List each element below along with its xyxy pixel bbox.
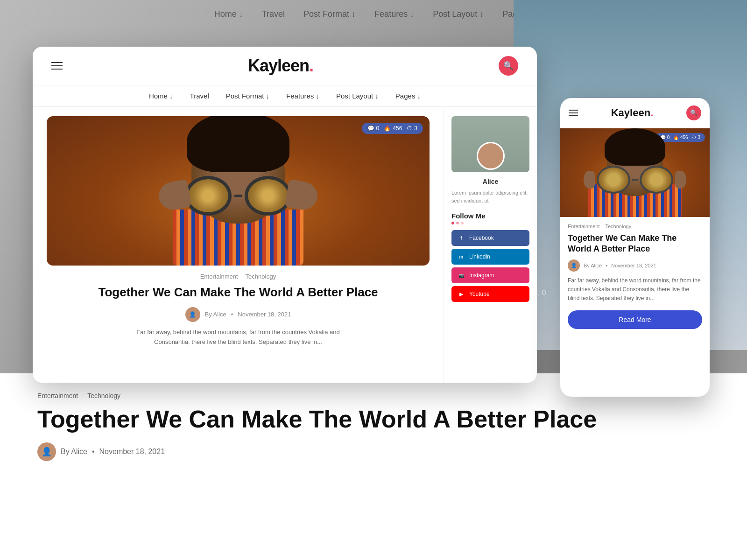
linkedin-icon: in xyxy=(457,252,465,261)
article-meta: 👤 By Alice • November 18, 2021 xyxy=(47,307,430,322)
read-more-button[interactable]: Read More xyxy=(568,310,702,329)
mobile-author-avatar: 👤 xyxy=(568,259,580,272)
mobile-categories: Entertainment Technology xyxy=(568,224,702,229)
bg-nav-travel: Travel xyxy=(262,9,285,19)
nav-item-home[interactable]: Home ↓ xyxy=(149,92,173,100)
youtube-icon: ▶ xyxy=(457,290,465,298)
facebook-icon: f xyxy=(457,234,465,242)
mobile-hamburger[interactable] xyxy=(569,110,578,116)
cat-technology[interactable]: Technology xyxy=(246,273,276,280)
sidebar-excerpt: Lorem ipsum dolor adipiscing elit, sed i… xyxy=(451,189,529,204)
bg-article-meta: 👤 By Alice • November 18, 2021 xyxy=(37,442,710,461)
article-author[interactable]: By Alice xyxy=(205,311,226,318)
mobile-excerpt: Far far away, behind the word mountains,… xyxy=(568,276,702,303)
linkedin-button[interactable]: in Linkedin xyxy=(451,249,529,265)
article-stats-badge: 💬 0 🔥 456 ⏱ 3 xyxy=(362,123,423,134)
mobile-article-image: 💬 0 🔥 456 ⏱ 3 xyxy=(560,128,710,217)
article-title: Together We Can Make The World A Better … xyxy=(47,285,430,301)
bg-nav-features: Features ↓ xyxy=(374,9,414,19)
bg-article-title: Together We Can Make The World A Better … xyxy=(37,405,710,433)
nav-item-post-layout[interactable]: Post Layout ↓ xyxy=(336,92,379,100)
follow-dots xyxy=(451,222,529,224)
bg-nav-post-format: Post Format ↓ xyxy=(303,9,356,19)
article-categories: Entertainment Technology xyxy=(47,273,430,280)
follow-title: Follow Me xyxy=(451,212,529,220)
mobile-header: Kayleen. 🔍 xyxy=(560,98,710,128)
instagram-button[interactable]: 📷 Instagram xyxy=(451,267,529,283)
author-avatar: 👤 xyxy=(185,307,200,322)
hamburger-button[interactable] xyxy=(51,62,63,70)
nav-item-pages[interactable]: Pages ↓ xyxy=(395,92,421,100)
desktop-mockup: Kayleen. 🔍 Home ↓ Travel Post Format ↓ F… xyxy=(33,47,537,383)
mobile-mockup: Kayleen. 🔍 💬 0 🔥 456 ⏱ 3 Entertain xyxy=(560,98,710,397)
nav-item-features[interactable]: Features ↓ xyxy=(286,92,319,100)
nav-item-travel[interactable]: Travel xyxy=(190,92,209,100)
mobile-search-button[interactable]: 🔍 xyxy=(686,105,701,120)
desktop-search-button[interactable]: 🔍 xyxy=(499,56,518,76)
article-photo xyxy=(47,116,430,266)
background-article: Entertainment Technology Together We Can… xyxy=(0,373,747,560)
mob-cat-technology[interactable]: Technology xyxy=(605,224,631,229)
bg-nav-home: Home ↓ xyxy=(214,9,243,19)
desktop-sidebar: Alice Lorem ipsum dolor adipiscing elit,… xyxy=(444,107,537,382)
sidebar-author-name: Alice xyxy=(451,178,529,185)
mobile-article-title: Together We Can Make The World A Better … xyxy=(568,233,702,255)
mobile-content: Entertainment Technology Together We Can… xyxy=(560,217,710,336)
mobile-logo: Kayleen. xyxy=(611,107,654,119)
facebook-button[interactable]: f Facebook xyxy=(451,230,529,246)
bg-author-avatar: 👤 xyxy=(37,442,56,461)
article-image: 💬 0 🔥 456 ⏱ 3 xyxy=(47,116,430,266)
nav-item-post-format[interactable]: Post Format ↓ xyxy=(226,92,269,100)
mobile-author: By Alice xyxy=(584,263,602,268)
sidebar-author-image xyxy=(451,116,529,172)
instagram-icon: 📷 xyxy=(457,271,465,280)
desktop-header: Kayleen. 🔍 xyxy=(33,47,537,85)
article-excerpt: Far far away, behind the word mountains,… xyxy=(121,328,355,347)
desktop-main: 💬 0 🔥 456 ⏱ 3 Entertainment Technolo xyxy=(33,107,444,382)
article-date: November 18, 2021 xyxy=(238,311,291,318)
cat-entertainment[interactable]: Entertainment xyxy=(200,273,238,280)
bg-nav-post-layout: Post Layout ↓ xyxy=(433,9,484,19)
desktop-content: 💬 0 🔥 456 ⏱ 3 Entertainment Technolo xyxy=(33,107,537,382)
mobile-article-meta: 👤 By Alice • November 18, 2021 xyxy=(568,259,702,272)
desktop-nav: Home ↓ Travel Post Format ↓ Features ↓ P… xyxy=(33,85,537,107)
mob-cat-entertainment[interactable]: Entertainment xyxy=(568,224,599,229)
desktop-logo: Kayleen. xyxy=(248,56,313,76)
youtube-button[interactable]: ▶ Youtube xyxy=(451,286,529,302)
mobile-date: November 18, 2021 xyxy=(611,263,656,268)
